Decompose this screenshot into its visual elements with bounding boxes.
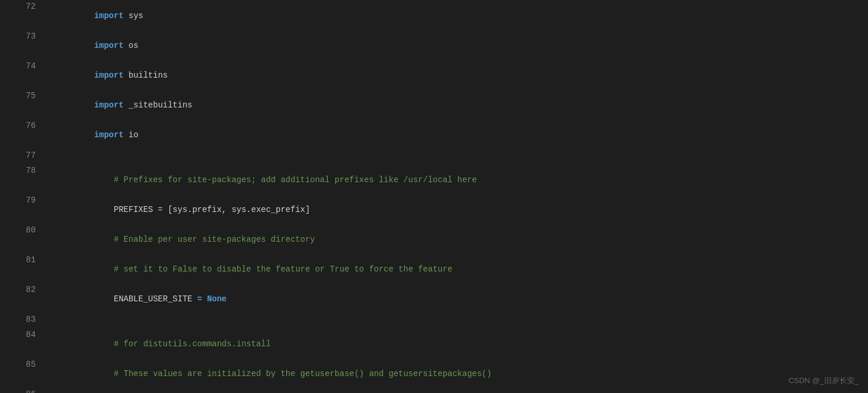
keyword: = xyxy=(197,294,207,304)
line-number: 73 xyxy=(0,30,43,60)
comment: disable the feature or True xyxy=(212,265,355,274)
code-line: # set it to False to disable the feature… xyxy=(43,253,868,283)
table-row: 75 import _sitebuiltins xyxy=(0,89,868,119)
code-line: # Enable per user site-packages director… xyxy=(43,224,868,253)
code-line xyxy=(43,313,868,328)
line-number: 82 xyxy=(0,283,43,313)
code-line: import os xyxy=(43,30,868,60)
code-line xyxy=(43,149,868,164)
keyword: import xyxy=(94,100,123,110)
table-row: 79 PREFIXES = [sys.prefix, sys.exec_pref… xyxy=(0,194,868,224)
line-number: 85 xyxy=(0,358,43,388)
table-row: 77 xyxy=(0,149,868,164)
table-row: 84 # for distutils.commands.install xyxy=(0,328,868,358)
line-number: 72 xyxy=(0,0,43,30)
comment: False xyxy=(168,265,202,274)
code-line: import _sitebuiltins xyxy=(43,89,868,119)
code-line: # functions, through the main() function… xyxy=(43,388,868,393)
code-line: PREFIXES = [sys.prefix, sys.exec_prefix] xyxy=(43,194,868,224)
comment: # Enable per user site-packages director… xyxy=(94,235,315,244)
line-number: 74 xyxy=(0,60,43,89)
code-line: # for distutils.commands.install xyxy=(43,328,868,358)
line-number: 81 xyxy=(0,253,43,283)
keyword: import xyxy=(94,41,123,50)
code-line: # Prefixes for site-packages; add additi… xyxy=(43,164,868,194)
comment-to2: to xyxy=(354,265,364,274)
code-line: import builtins xyxy=(43,60,868,89)
table-row: 74 import builtins xyxy=(0,60,868,89)
table-row: 82 ENABLE_USER_SITE = None xyxy=(0,283,868,313)
table-row: 85 # These values are initialized by the… xyxy=(0,358,868,388)
table-row: 86 # functions, through the main() funct… xyxy=(0,388,868,393)
table-row: 76 import io xyxy=(0,119,868,149)
keyword: import xyxy=(94,130,123,140)
line-number: 76 xyxy=(0,119,43,149)
comment: to xyxy=(202,265,212,274)
line-number: 84 xyxy=(0,328,43,358)
table-row: 80 # Enable per user site-packages direc… xyxy=(0,224,868,253)
watermark: CSDN @_旧岁长安_ xyxy=(789,375,859,386)
comment: # set it xyxy=(94,265,158,274)
table-row: 78 # Prefixes for site-packages; add add… xyxy=(0,164,868,194)
comment: # These values are initialized by the ge… xyxy=(94,369,492,378)
code-line: import io xyxy=(43,119,868,149)
table-row: 73 import os xyxy=(0,30,868,60)
table-row: 83 xyxy=(0,313,868,328)
line-number: 83 xyxy=(0,313,43,328)
table-row: 72 import sys xyxy=(0,0,868,30)
code-line: import sys xyxy=(43,0,868,30)
line-number: 86 xyxy=(0,388,43,393)
code-table: 72 import sys 73 import os 74 import bui… xyxy=(0,0,868,393)
keyword: import xyxy=(94,11,123,20)
comment: force the feature xyxy=(364,265,452,274)
line-number: 77 xyxy=(0,149,43,164)
table-row: 81 # set it to False to disable the feat… xyxy=(0,253,868,283)
keyword: import xyxy=(94,71,123,80)
code-line: # These values are initialized by the ge… xyxy=(43,358,868,388)
line-number: 80 xyxy=(0,224,43,253)
code-editor: 72 import sys 73 import os 74 import bui… xyxy=(0,0,868,393)
line-number: 79 xyxy=(0,194,43,224)
comment: # for distutils.commands.install xyxy=(94,339,270,349)
line-number: 78 xyxy=(0,164,43,194)
line-number: 75 xyxy=(0,89,43,119)
comment: # Prefixes for site-packages; add additi… xyxy=(94,175,477,185)
code-line: ENABLE_USER_SITE = None xyxy=(43,283,868,313)
comment-to1: to xyxy=(158,265,168,274)
keyword: None xyxy=(207,294,227,304)
